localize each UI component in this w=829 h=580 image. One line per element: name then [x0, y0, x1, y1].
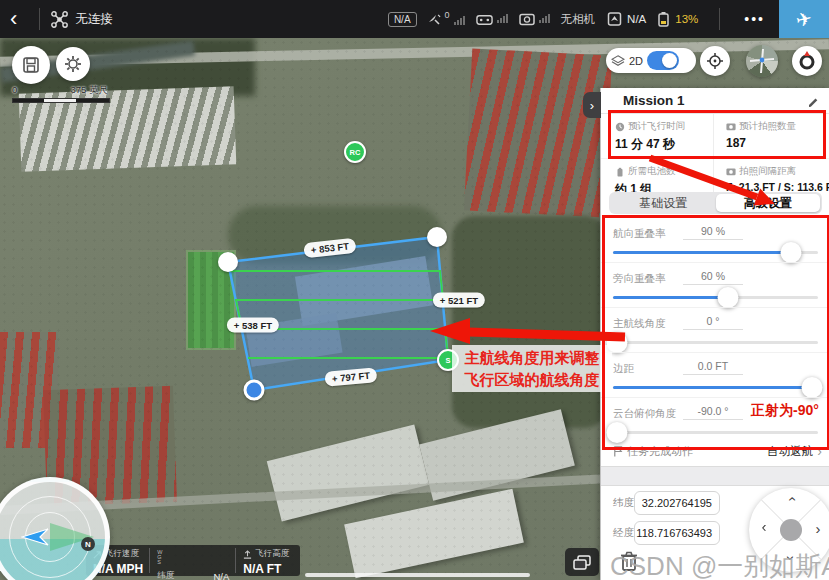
annotation-route-note: 主航线角度用来调整 飞行区域的航线角度: [452, 345, 612, 392]
gimbal-annotation-text: 正射为-90°: [751, 402, 819, 420]
gps-signal-group: 0: [427, 10, 465, 28]
save-icon: [22, 56, 40, 74]
topbar-divider: [39, 8, 40, 30]
aircraft-battery-value: N/A: [627, 13, 646, 25]
slider-thumb[interactable]: [717, 287, 738, 308]
gear-icon: [64, 55, 82, 73]
satellite-count: 0: [445, 10, 450, 20]
stat-photo-count: 预计拍照数量 187: [713, 114, 829, 158]
gimbal-pitch-value[interactable]: -90.0 °: [683, 405, 743, 420]
margin-slider[interactable]: [613, 377, 818, 397]
takeoff-button[interactable]: ✈: [779, 0, 829, 38]
aircraft-battery-icon: [607, 11, 622, 27]
edge-label-left: + 538 FT: [227, 318, 279, 333]
layers-icon: [611, 55, 625, 67]
telemetry-position: WGS 纬度N/A 经度N/A: [150, 545, 235, 576]
camera-interval-icon: [726, 167, 736, 176]
slider-thumb[interactable]: [801, 377, 822, 398]
connection-status: 无连接: [75, 11, 113, 28]
camera-status: 无相机: [561, 12, 596, 27]
controller-battery-icon: [657, 11, 670, 27]
course-angle-slider[interactable]: [613, 332, 818, 352]
finish-action-row[interactable]: 任务完成动作 自动返航 ›: [601, 440, 829, 462]
compass-icon: [796, 50, 818, 72]
polygon-handle-bottomleft[interactable]: [244, 380, 265, 401]
dpad-up-icon[interactable]: ›: [784, 492, 798, 506]
drone-icon: [50, 10, 69, 29]
tab-advanced-settings[interactable]: 高级设置: [716, 194, 821, 212]
polygon-handle-topright[interactable]: [427, 227, 447, 247]
dpad-left-icon[interactable]: ›: [757, 522, 771, 536]
edit-pencil-icon[interactable]: [806, 94, 820, 108]
mission-title: Mission 1: [623, 93, 806, 108]
front-overlap-value[interactable]: 90 %: [683, 225, 743, 240]
more-menu-button[interactable]: •••: [730, 11, 779, 27]
aircraft-battery-group: N/A: [607, 11, 646, 27]
setting-course-angle: 主航线角度 0 °: [601, 307, 829, 352]
minimap-roads-icon: [746, 45, 778, 77]
map-mode-pill: 2D: [606, 48, 696, 73]
flag-icon: [613, 446, 623, 457]
longitude-input[interactable]: 118.716763493: [634, 521, 720, 545]
topbar-divider-2: [719, 8, 720, 30]
camera-signal-group: [519, 13, 550, 26]
map-scale-bar: [12, 98, 110, 103]
camera-signal-bars: [539, 14, 550, 23]
camera-icon: [726, 122, 736, 131]
margin-value[interactable]: 0.0 FT: [683, 360, 743, 375]
toggle-knob: [662, 53, 677, 68]
compass-reset-button[interactable]: [792, 46, 822, 76]
aircraft-heading-icon: [21, 527, 51, 547]
map-layer-button[interactable]: [565, 548, 599, 576]
front-overlap-slider[interactable]: [613, 242, 818, 262]
battery-icon: [615, 167, 625, 177]
rc-location-marker: RC: [344, 141, 366, 163]
advanced-settings: 航向重叠率 90 % 旁向重叠率 60 % 主航线角度 0 ° 边距: [601, 218, 829, 442]
telemetry-lat-value: N/A: [213, 571, 229, 580]
minimap-button[interactable]: [746, 45, 778, 77]
panel-divider-band: [601, 466, 829, 486]
setting-margin: 边距 0.0 FT: [601, 352, 829, 397]
watermark: CSDN @一别如斯AA: [610, 549, 829, 580]
polygon-handle-topleft[interactable]: [218, 252, 238, 272]
latitude-input[interactable]: 32.202764195: [634, 491, 720, 515]
mission-stats: 预计飞行时间 11 分 47 秒 预计拍照数量 187 所需电池数 约 1 组 …: [601, 114, 829, 203]
takeoff-plane-icon: ✈: [794, 6, 814, 32]
dpad-center[interactable]: [780, 519, 802, 541]
north-badge: N: [81, 537, 95, 551]
wgs-label: WGS: [157, 550, 164, 565]
side-overlap-slider[interactable]: [613, 287, 818, 307]
slider-thumb[interactable]: [781, 242, 802, 263]
map-mode-toggle[interactable]: [647, 51, 679, 70]
stat-flight-time: 预计飞行时间 11 分 47 秒: [601, 114, 713, 158]
home-indicator: [305, 573, 530, 577]
gimbal-pitch-slider[interactable]: [613, 422, 818, 442]
course-angle-value[interactable]: 0 °: [683, 315, 743, 330]
rc-signal-group: [476, 13, 508, 26]
gps-mode-badge: N/A: [388, 12, 417, 27]
dpad-right-icon[interactable]: ›: [811, 522, 825, 536]
telemetry-altitude: 飞行高度 N/A FT: [236, 545, 295, 576]
controller-battery-group: 13%: [657, 11, 698, 27]
chevron-right-icon: ›: [817, 443, 822, 459]
setting-gimbal-pitch: 云台俯仰角度 -90.0 ° 正射为-90°: [601, 397, 829, 442]
crosshair-icon: [706, 52, 724, 70]
telemetry-bar: 飞行速度 N/A MPH WGS 纬度N/A 经度N/A 飞行高度 N/A FT: [86, 545, 300, 576]
mission-settings-button[interactable]: [56, 47, 90, 81]
altitude-icon: [243, 550, 252, 559]
back-button[interactable]: ‹: [0, 0, 29, 38]
gps-signal-bars: [454, 16, 465, 25]
setting-side-overlap: 旁向重叠率 60 %: [601, 262, 829, 307]
top-bar: ‹ 无连接 N/A 0 无相机: [0, 0, 829, 38]
save-mission-button[interactable]: [12, 46, 50, 84]
side-overlap-value[interactable]: 60 %: [683, 270, 743, 285]
clock-icon: [615, 122, 625, 132]
settings-tabs: 基础设置 高级设置: [609, 192, 822, 214]
remote-controller-icon: [476, 13, 493, 26]
rc-signal-bars: [497, 14, 508, 23]
tab-basic-settings[interactable]: 基础设置: [611, 194, 716, 212]
panel-collapse-tab[interactable]: ›: [583, 92, 601, 118]
locate-button[interactable]: [700, 46, 730, 76]
map-layer-icon: [573, 555, 591, 570]
edge-label-right: + 521 FT: [433, 293, 485, 308]
